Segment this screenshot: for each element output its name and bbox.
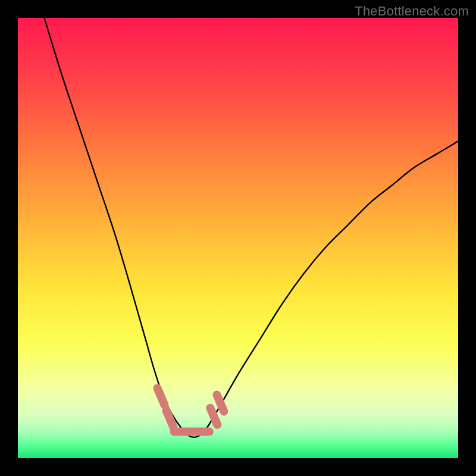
watermark-text: TheBottleneck.com <box>355 4 469 19</box>
curve-markers <box>158 388 224 427</box>
marker-left-lower <box>166 410 173 427</box>
bottleneck-curve <box>44 18 458 437</box>
curve-layer <box>18 18 458 458</box>
chart-frame: TheBottleneck.com <box>0 0 476 476</box>
plot-area <box>18 18 458 458</box>
marker-left-upper <box>158 388 165 405</box>
